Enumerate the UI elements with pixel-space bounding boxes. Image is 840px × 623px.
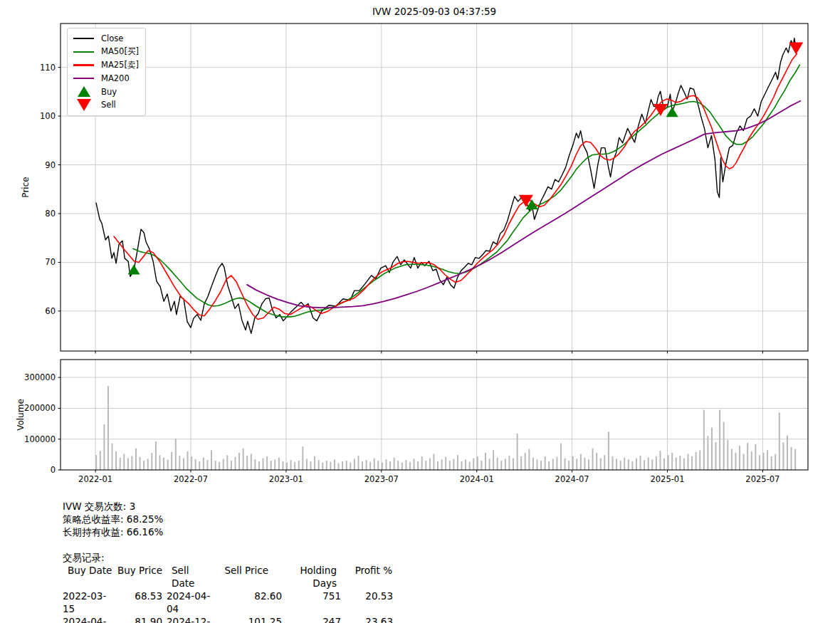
sell-marker (653, 104, 668, 116)
table-row-cell: 81.90 (112, 615, 162, 623)
volume-bar (500, 461, 502, 470)
volume-bar (695, 452, 697, 470)
xtick-label: 2022-01 (78, 474, 112, 484)
volume-bar (401, 463, 403, 470)
table-row-cell: 2024-04-04 (167, 590, 214, 615)
xtick-label: 2023-07 (364, 474, 399, 484)
table-row-cell: 751 (282, 590, 341, 615)
volume-bar (286, 463, 288, 470)
volume-bar (346, 461, 347, 470)
volume-bar (715, 442, 717, 470)
volume-bar (576, 459, 577, 470)
volume-bar (731, 449, 733, 470)
volume-bar (151, 453, 152, 470)
volume-bar (123, 454, 125, 470)
legend-label: Close (101, 33, 123, 43)
volume-bar (382, 463, 383, 470)
volume-bar (648, 458, 649, 470)
volume-bar (711, 428, 713, 470)
volume-bar (600, 459, 602, 470)
volume-bar (223, 459, 224, 470)
volume-bar (409, 462, 411, 470)
volume-bar (644, 460, 645, 470)
legend-item-ma50: MA50[买] (73, 46, 139, 59)
legend-line-icon (73, 78, 94, 79)
volume-bar (310, 461, 311, 470)
volume-bar (719, 410, 720, 470)
table-row-cell: 2024-04-15 (63, 615, 112, 623)
volume-bar (656, 456, 657, 470)
legend: CloseMA50[买]MA25[卖]MA200BuySell (67, 28, 146, 116)
volume-bar (271, 461, 272, 470)
volume-bar (528, 449, 530, 470)
volume-bar (226, 455, 228, 470)
volume-bar (763, 453, 765, 470)
table-row-cell: 82.60 (214, 590, 282, 615)
buy-marker (666, 107, 678, 117)
volume-bar (385, 459, 387, 470)
volume-bar (572, 456, 574, 470)
volume-bar (759, 455, 760, 470)
volume-bar (290, 460, 292, 470)
legend-label: MA50[买] (101, 46, 139, 57)
volume-bar (238, 453, 240, 470)
price-axis-label: Price (21, 177, 31, 197)
volume-bar (592, 449, 594, 470)
buy-triangle-icon (78, 86, 90, 97)
volume-bar (755, 444, 756, 470)
volume-bar (481, 461, 482, 470)
xtick-label: 2025-07 (745, 474, 779, 484)
volume-bar (727, 440, 728, 470)
volume-bar (366, 460, 367, 470)
volume-ytick-label: 0 (51, 465, 56, 475)
volume-bar (624, 458, 625, 470)
volume-bar (306, 459, 308, 470)
volume-bar (394, 458, 395, 470)
volume-bar (676, 458, 677, 470)
volume-bar (771, 456, 772, 470)
trade-records-title: 交易记录: (63, 551, 393, 564)
volume-bar (517, 434, 518, 470)
legend-item-close: Close (73, 32, 139, 46)
volume-bar (195, 459, 196, 470)
volume-bar (703, 410, 705, 470)
xtick-label: 2024-01 (460, 474, 494, 484)
volume-bar (389, 461, 391, 470)
table-header-cell: Buy Date (63, 564, 112, 590)
legend-line-icon (73, 51, 94, 53)
volume-bar (429, 459, 431, 470)
legend-item-sell: Sell (73, 98, 139, 112)
volume-bar (580, 454, 582, 470)
table-row-cell: 68.53 (112, 590, 162, 615)
volume-bar (679, 456, 681, 470)
volume-bar (357, 456, 359, 470)
volume-bar (568, 461, 569, 470)
volume-bar (100, 451, 101, 470)
legend-label: Buy (101, 87, 117, 97)
line-sample-icon (73, 38, 94, 39)
volume-ytick-label: 100000 (24, 434, 56, 444)
volume-bar (414, 459, 415, 470)
legend-line-icon (73, 64, 94, 66)
price-ytick-label: 60 (45, 306, 56, 316)
volume-bar (258, 461, 260, 470)
volume-bar (552, 459, 554, 470)
legend-label: MA200 (101, 73, 130, 83)
volume-bar (127, 459, 129, 470)
xtick-label: 2025-01 (650, 474, 684, 484)
volume-bar (560, 444, 562, 470)
volume-bar (565, 459, 566, 470)
volume-bar (683, 459, 685, 470)
volume-bar (505, 459, 506, 470)
volume-bar (485, 453, 486, 470)
volume-bar (274, 459, 275, 470)
table-row-cell: 2022-03-15 (63, 590, 112, 615)
volume-bar (377, 461, 379, 470)
volume-bar (215, 461, 216, 470)
table-header-cell: Sell Price (214, 564, 282, 590)
volume-bar (397, 461, 399, 470)
volume-bar (131, 456, 132, 470)
series-close (96, 38, 796, 334)
price-ytick-label: 100 (40, 111, 56, 121)
strategy-return-line: 策略总收益率: 68.25% (63, 513, 393, 525)
